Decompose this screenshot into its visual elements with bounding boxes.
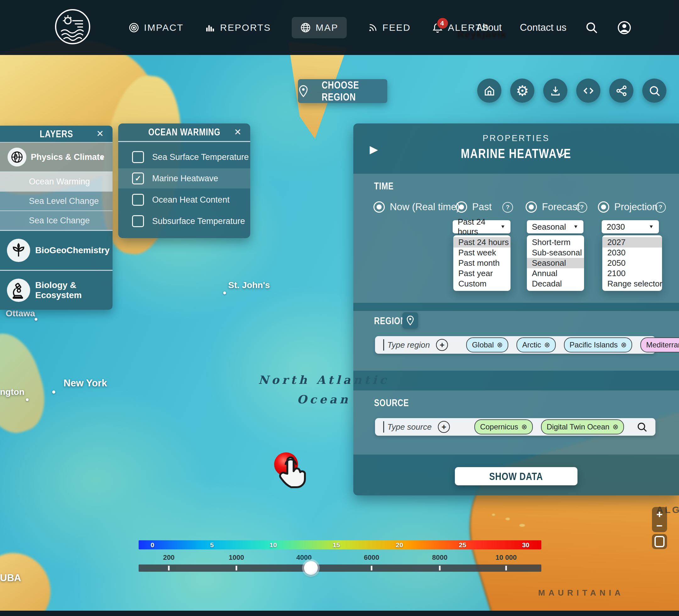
- temperature-colorbar: 0 5 10 15 20 25 30: [139, 540, 541, 549]
- dropdown-option[interactable]: Past week: [453, 247, 511, 258]
- biogeochemistry-plant-icon: [7, 239, 30, 262]
- option-ocean-heat-content[interactable]: Ocean Heat Content: [118, 190, 250, 210]
- projection-help-icon[interactable]: ?: [655, 202, 666, 213]
- slider-tick: [236, 566, 237, 571]
- dropdown-option[interactable]: Past year: [453, 268, 511, 279]
- collapse-caret-up-icon[interactable]: ▲: [99, 153, 105, 161]
- checkbox-unchecked[interactable]: [132, 215, 144, 227]
- option-marine-heatwave[interactable]: ✓ Marine Heatwave: [118, 168, 250, 189]
- time-mode-forecast[interactable]: Forecast: [526, 201, 580, 213]
- dropdown-option[interactable]: Range selector: [602, 279, 662, 289]
- option-subsurface-temperature[interactable]: Subsurface Temperature: [118, 211, 250, 231]
- nav-profile-icon[interactable]: [617, 20, 632, 35]
- dropdown-option[interactable]: Past 24 hours: [453, 237, 511, 247]
- remove-chip-icon[interactable]: ⊗: [544, 341, 550, 349]
- properties-title: PROPERTIES: [353, 134, 679, 143]
- nav-item-impact[interactable]: IMPACT: [128, 22, 184, 33]
- choose-region-button[interactable]: CHOOSE REGION: [298, 79, 387, 103]
- remove-chip-icon[interactable]: ⊗: [621, 341, 626, 349]
- full-extent-button[interactable]: [652, 534, 667, 549]
- island-dot: [506, 518, 510, 520]
- forecast-help-icon[interactable]: ?: [577, 202, 587, 213]
- chevron-down-icon[interactable]: [557, 152, 567, 158]
- zoom-in-button[interactable]: +: [652, 509, 667, 520]
- map-search-button[interactable]: [642, 78, 667, 103]
- home-button[interactable]: [477, 78, 502, 103]
- app-logo[interactable]: [54, 8, 91, 45]
- layers-item-sea-ice-change[interactable]: Sea Ice Change: [0, 210, 112, 230]
- settings-gear-icon: ⚙: [516, 83, 529, 98]
- projection-select[interactable]: 2030 ▼: [602, 220, 659, 233]
- nav-item-map[interactable]: MAP: [292, 17, 347, 38]
- share-button[interactable]: [609, 78, 634, 103]
- add-region-icon[interactable]: +: [436, 339, 448, 351]
- depth-slider-knob[interactable]: [304, 561, 318, 575]
- radio-now[interactable]: [374, 201, 385, 213]
- share-icon: [615, 84, 628, 97]
- dropdown-option[interactable]: 2050: [602, 258, 662, 268]
- zoom-out-button[interactable]: −: [652, 520, 667, 531]
- nav-item-reports[interactable]: REPORTS: [204, 22, 271, 33]
- source-search-icon[interactable]: [636, 421, 648, 433]
- depth-slider[interactable]: [139, 564, 541, 572]
- dropdown-option[interactable]: 2027: [602, 237, 662, 247]
- nav-link-contact[interactable]: Contact us: [520, 22, 567, 33]
- show-data-button[interactable]: SHOW DATA: [455, 467, 578, 485]
- chip-pacific-islands[interactable]: Pacific Islands ⊗: [564, 337, 633, 352]
- source-search-input[interactable]: Type source + Copernicus ⊗ Digital Twin …: [375, 418, 655, 436]
- nav-item-feed[interactable]: FEED: [367, 22, 411, 33]
- region-search-input[interactable]: Type region + Global ⊗ Arctic ⊗ Pacific …: [375, 336, 655, 354]
- chip-mediterranean[interactable]: Mediterranean ⊗: [640, 337, 679, 352]
- nav-search-icon[interactable]: [585, 21, 599, 35]
- layers-panel: LAYERS ✕ Physics & Climate ▲ Ocean Warmi…: [0, 126, 112, 310]
- nav-link-about[interactable]: About: [476, 22, 502, 33]
- layers-item-sea-level-change[interactable]: Sea Level Change: [0, 191, 112, 210]
- code-button[interactable]: [576, 78, 601, 103]
- dropdown-option[interactable]: Annual: [527, 268, 584, 279]
- time-mode-past[interactable]: Past: [456, 201, 492, 213]
- layers-item-ocean-warming[interactable]: Ocean Warming: [0, 172, 112, 191]
- settings-button[interactable]: ⚙: [510, 78, 535, 103]
- chip-arctic[interactable]: Arctic ⊗: [516, 337, 555, 352]
- radio-projection[interactable]: [598, 201, 609, 213]
- remove-chip-icon[interactable]: ⊗: [521, 423, 527, 431]
- dropdown-option[interactable]: Sub-seasonal: [527, 247, 584, 258]
- time-mode-now[interactable]: Now (Real time): [374, 201, 460, 213]
- checkbox-checked[interactable]: ✓: [132, 172, 144, 184]
- checkbox-unchecked[interactable]: [132, 151, 144, 163]
- dropdown-option[interactable]: Short-term: [527, 237, 584, 247]
- dropdown-option[interactable]: Past month: [453, 258, 511, 268]
- past-select[interactable]: Past 24 hours ▼: [453, 220, 511, 233]
- dropdown-option[interactable]: Seasonal: [527, 258, 584, 268]
- radio-past[interactable]: [456, 201, 467, 213]
- layers-category-physics-climate[interactable]: Physics & Climate ▲: [0, 142, 112, 172]
- checkbox-unchecked[interactable]: [132, 194, 144, 206]
- map-dot-washington: [26, 398, 29, 401]
- chip-digital-twin-ocean[interactable]: Digital Twin Ocean ⊗: [541, 419, 624, 435]
- remove-chip-icon[interactable]: ⊗: [613, 423, 618, 431]
- dropdown-option[interactable]: 2100: [602, 268, 662, 279]
- nav-right: About Contact us: [476, 0, 632, 55]
- radio-forecast[interactable]: [526, 201, 537, 213]
- option-sea-surface-temperature[interactable]: Sea Surface Temperature: [118, 147, 250, 167]
- past-help-icon[interactable]: ?: [502, 202, 513, 213]
- add-source-icon[interactable]: +: [438, 421, 450, 433]
- region-pin-button[interactable]: [402, 312, 418, 329]
- layers-category-biogeochemistry[interactable]: BioGeoChemistry: [0, 230, 112, 270]
- dropdown-option[interactable]: 2030: [602, 247, 662, 258]
- layers-close-icon[interactable]: ✕: [97, 129, 104, 138]
- chip-global[interactable]: Global ⊗: [466, 337, 508, 352]
- remove-chip-icon[interactable]: ⊗: [497, 341, 503, 349]
- chip-copernicus[interactable]: Copernicus ⊗: [474, 419, 533, 435]
- ocean-warming-close-icon[interactable]: ✕: [234, 128, 241, 137]
- dropdown-option[interactable]: Custom: [453, 279, 511, 289]
- map-globe-icon: [300, 22, 311, 33]
- forecast-select[interactable]: Seasonal ▼: [527, 220, 583, 233]
- layers-category-biology-ecosystem[interactable]: Biology & Ecosystem: [0, 270, 112, 310]
- selected-layer-title[interactable]: MARINE HEATWAVE: [353, 146, 679, 161]
- download-button[interactable]: [543, 78, 568, 103]
- dropdown-option[interactable]: Decadal: [527, 279, 584, 289]
- alerts-bell-icon: 4: [431, 22, 444, 34]
- time-mode-projection[interactable]: Projection: [598, 201, 658, 213]
- past-dropdown-list: Past 24 hours Past week Past month Past …: [453, 235, 511, 291]
